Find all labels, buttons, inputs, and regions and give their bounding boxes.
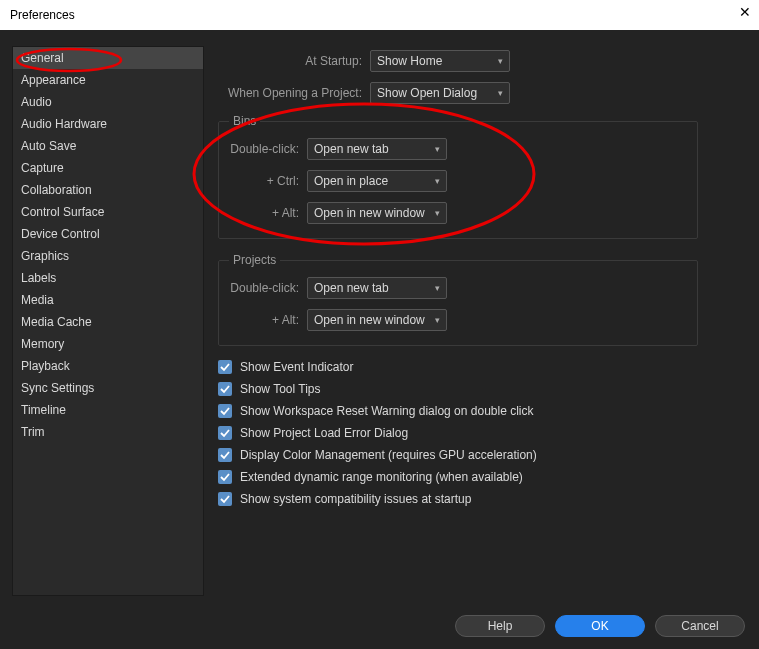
sidebar-item-playback[interactable]: Playback bbox=[13, 355, 203, 377]
checkbox-row: Show Event Indicator bbox=[218, 360, 747, 374]
checkbox-row: Show Workspace Reset Warning dialog on d… bbox=[218, 404, 747, 418]
bins-dblclick-select[interactable]: Open new tab ▾ bbox=[307, 138, 447, 160]
dialog-body: GeneralAppearanceAudioAudio HardwareAuto… bbox=[0, 30, 759, 649]
main-panel: At Startup: Show Home ▾ When Opening a P… bbox=[218, 46, 747, 596]
checkbox-row: Display Color Management (requires GPU a… bbox=[218, 448, 747, 462]
bins-dblclick-value: Open new tab bbox=[314, 142, 389, 156]
checkbox[interactable] bbox=[218, 470, 232, 484]
checkbox-list: Show Event IndicatorShow Tool TipsShow W… bbox=[218, 360, 747, 506]
window-title: Preferences bbox=[10, 8, 75, 22]
checkbox[interactable] bbox=[218, 448, 232, 462]
sidebar-item-trim[interactable]: Trim bbox=[13, 421, 203, 443]
bins-dblclick-label: Double-click: bbox=[229, 142, 307, 156]
checkbox-label: Show Event Indicator bbox=[240, 360, 353, 374]
titlebar: Preferences ✕ bbox=[0, 0, 759, 30]
checkbox-label: Show Workspace Reset Warning dialog on d… bbox=[240, 404, 533, 418]
bins-ctrl-label: + Ctrl: bbox=[229, 174, 307, 188]
sidebar-item-appearance[interactable]: Appearance bbox=[13, 69, 203, 91]
sidebar-item-memory[interactable]: Memory bbox=[13, 333, 203, 355]
sidebar-item-media[interactable]: Media bbox=[13, 289, 203, 311]
bins-legend: Bins bbox=[229, 114, 260, 128]
chevron-down-icon: ▾ bbox=[435, 315, 440, 325]
bins-alt-select[interactable]: Open in new window ▾ bbox=[307, 202, 447, 224]
cancel-button[interactable]: Cancel bbox=[655, 615, 745, 637]
bins-group: Bins Double-click: Open new tab ▾ + Ctrl… bbox=[218, 114, 698, 239]
sidebar-item-audio-hardware[interactable]: Audio Hardware bbox=[13, 113, 203, 135]
close-icon[interactable]: ✕ bbox=[739, 4, 751, 20]
sidebar-item-media-cache[interactable]: Media Cache bbox=[13, 311, 203, 333]
checkbox[interactable] bbox=[218, 492, 232, 506]
bins-ctrl-select[interactable]: Open in place ▾ bbox=[307, 170, 447, 192]
at-startup-value: Show Home bbox=[377, 54, 442, 68]
sidebar-item-auto-save[interactable]: Auto Save bbox=[13, 135, 203, 157]
sidebar-item-sync-settings[interactable]: Sync Settings bbox=[13, 377, 203, 399]
sidebar-item-labels[interactable]: Labels bbox=[13, 267, 203, 289]
checkbox[interactable] bbox=[218, 426, 232, 440]
checkbox-row: Extended dynamic range monitoring (when … bbox=[218, 470, 747, 484]
sidebar-item-graphics[interactable]: Graphics bbox=[13, 245, 203, 267]
chevron-down-icon: ▾ bbox=[498, 56, 503, 66]
checkbox-label: Extended dynamic range monitoring (when … bbox=[240, 470, 523, 484]
help-button[interactable]: Help bbox=[455, 615, 545, 637]
checkbox-label: Show Tool Tips bbox=[240, 382, 321, 396]
checkbox-label: Show Project Load Error Dialog bbox=[240, 426, 408, 440]
checkbox-row: Show Tool Tips bbox=[218, 382, 747, 396]
sidebar-item-device-control[interactable]: Device Control bbox=[13, 223, 203, 245]
sidebar: GeneralAppearanceAudioAudio HardwareAuto… bbox=[12, 46, 204, 596]
open-project-label: When Opening a Project: bbox=[218, 86, 370, 100]
checkbox-label: Display Color Management (requires GPU a… bbox=[240, 448, 537, 462]
checkbox[interactable] bbox=[218, 360, 232, 374]
projects-alt-label: + Alt: bbox=[229, 313, 307, 327]
sidebar-item-audio[interactable]: Audio bbox=[13, 91, 203, 113]
projects-dblclick-label: Double-click: bbox=[229, 281, 307, 295]
footer: Help OK Cancel bbox=[455, 615, 745, 637]
chevron-down-icon: ▾ bbox=[435, 208, 440, 218]
sidebar-item-capture[interactable]: Capture bbox=[13, 157, 203, 179]
sidebar-item-general[interactable]: General bbox=[13, 47, 203, 69]
projects-dblclick-value: Open new tab bbox=[314, 281, 389, 295]
checkbox[interactable] bbox=[218, 404, 232, 418]
projects-dblclick-select[interactable]: Open new tab ▾ bbox=[307, 277, 447, 299]
projects-alt-value: Open in new window bbox=[314, 313, 425, 327]
sidebar-item-collaboration[interactable]: Collaboration bbox=[13, 179, 203, 201]
checkbox[interactable] bbox=[218, 382, 232, 396]
sidebar-item-control-surface[interactable]: Control Surface bbox=[13, 201, 203, 223]
checkbox-label: Show system compatibility issues at star… bbox=[240, 492, 471, 506]
open-project-value: Show Open Dialog bbox=[377, 86, 477, 100]
checkbox-row: Show system compatibility issues at star… bbox=[218, 492, 747, 506]
at-startup-select[interactable]: Show Home ▾ bbox=[370, 50, 510, 72]
chevron-down-icon: ▾ bbox=[435, 144, 440, 154]
projects-alt-select[interactable]: Open in new window ▾ bbox=[307, 309, 447, 331]
at-startup-label: At Startup: bbox=[218, 54, 370, 68]
checkbox-row: Show Project Load Error Dialog bbox=[218, 426, 747, 440]
sidebar-item-timeline[interactable]: Timeline bbox=[13, 399, 203, 421]
projects-legend: Projects bbox=[229, 253, 280, 267]
bins-alt-label: + Alt: bbox=[229, 206, 307, 220]
chevron-down-icon: ▾ bbox=[435, 283, 440, 293]
bins-alt-value: Open in new window bbox=[314, 206, 425, 220]
ok-button[interactable]: OK bbox=[555, 615, 645, 637]
chevron-down-icon: ▾ bbox=[498, 88, 503, 98]
chevron-down-icon: ▾ bbox=[435, 176, 440, 186]
bins-ctrl-value: Open in place bbox=[314, 174, 388, 188]
open-project-select[interactable]: Show Open Dialog ▾ bbox=[370, 82, 510, 104]
projects-group: Projects Double-click: Open new tab ▾ + … bbox=[218, 253, 698, 346]
